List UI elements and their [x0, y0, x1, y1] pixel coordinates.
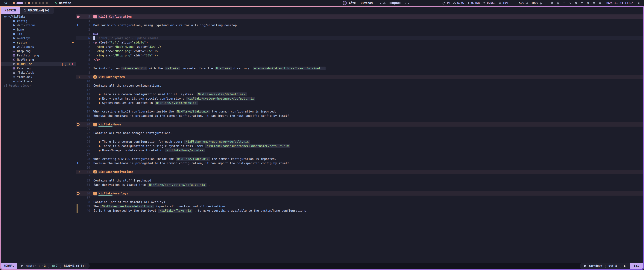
- editor-line[interactable]: 13 ● There is a common configuration use…: [76, 92, 643, 96]
- tree-item-rmpc-png[interactable]: Rmpc.png: [1, 66, 76, 70]
- line-number: 19: [82, 118, 90, 122]
- editor-line[interactable]: 15 ● System modules are located in NixFl…: [76, 101, 643, 105]
- tree-item-system[interactable]: system: [1, 40, 76, 45]
- editor-line[interactable]: 38Contains (not at the moment) all overl…: [76, 200, 643, 204]
- tree-item-shell-nix[interactable]: shell.nix: [1, 79, 76, 83]
- editor-line[interactable]: 10: [76, 79, 643, 83]
- editor-line[interactable]: 19: [76, 118, 643, 122]
- tree-item-home[interactable]: home: [1, 27, 76, 32]
- editor-line[interactable]: 37: [76, 196, 643, 200]
- tree-item-btop-png[interactable]: Btop.png: [1, 49, 76, 53]
- editor-line[interactable]: 39The NixFlake/overlays/default.nix impo…: [76, 204, 643, 208]
- line-text: It is then imported by the top-level Nix…: [90, 209, 308, 213]
- editor-line[interactable]: 312NixFlake/derivations: [76, 170, 643, 174]
- tree-item--nixflake[interactable]: ~/NixFlake: [1, 15, 76, 19]
- editor-line[interactable]: 26 ● Home-Manager modules are located in…: [76, 148, 643, 153]
- editor-line[interactable]: 8: [76, 70, 643, 75]
- editor-line[interactable]: 34Each derivation is loaded into NixFlak…: [76, 183, 643, 187]
- editor-line[interactable]: 1<p float="left" align="middle">: [76, 40, 643, 45]
- editor-line[interactable]: 5</p>: [76, 58, 643, 62]
- editor-line[interactable]: I3Modular NixOS configuration, using Hyp…: [76, 23, 643, 27]
- editor-line[interactable]: 202NixFlake/home: [76, 122, 643, 126]
- editor-line[interactable]: 16: [76, 105, 643, 109]
- workspace-dot-gray[interactable]: [46, 2, 48, 4]
- separator: ): [48, 264, 50, 268]
- editor-line[interactable]: 22Contains all the home-manager configur…: [76, 131, 643, 135]
- text-span: Contains all the system configurations.: [94, 84, 162, 87]
- editor-line[interactable]: 1PNG: [76, 32, 643, 36]
- workspace-dot-gray[interactable]: [32, 2, 34, 4]
- bell-icon[interactable]: [638, 2, 641, 5]
- editor-line[interactable]: 24 ● There is a common configuration for…: [76, 140, 643, 144]
- workspace-dot-orange[interactable]: [13, 2, 15, 4]
- ethernet-icon[interactable]: [598, 2, 601, 5]
- editor-line[interactable]: 362NixFlake/overlays: [76, 191, 643, 196]
- workspace-dot-gray[interactable]: [24, 2, 26, 4]
- editor-line[interactable]: 12: [76, 88, 643, 92]
- editor-line[interactable]: 40It is then imported by the top-level N…: [76, 208, 643, 213]
- tree-item-fastfetch-png[interactable]: FastFetch.png: [1, 53, 76, 58]
- workspace-dot-gray[interactable]: [39, 2, 40, 4]
- editor-line[interactable]: 30: [76, 165, 643, 170]
- editor-line[interactable]: 27: [76, 153, 643, 157]
- tree-item-lib[interactable]: lib: [1, 32, 76, 36]
- editor-line[interactable]: 51NixOS Configuration: [76, 15, 643, 19]
- line-text: 2NixFlake/derivations: [90, 170, 134, 174]
- tree-item-label: derivations: [17, 24, 36, 27]
- editor-line[interactable]: 2: [76, 27, 643, 32]
- z-box-icon[interactable]: Z: [586, 2, 589, 5]
- workspace-dot-gray[interactable]: [42, 2, 44, 4]
- line-number: 23: [82, 136, 90, 139]
- tree-item-config[interactable]: config: [1, 19, 76, 23]
- check-circle-icon[interactable]: [574, 2, 577, 5]
- editor-line[interactable]: 28When creating a NixOS configuration in…: [76, 157, 643, 161]
- tree-item-neovim-png[interactable]: NeoVim.png: [1, 58, 76, 62]
- editor-line[interactable]: 2 <img src="/NeoVim.png" width="33%" />: [76, 45, 643, 49]
- level-microphone[interactable]: 100%: [532, 1, 542, 5]
- editor-line[interactable]: 4 <img src="/Btop.png" width="33%" />: [76, 53, 643, 58]
- editor-line[interactable]: 7To install, run nixos-rebuild with the …: [76, 66, 643, 70]
- tree-item-readme-md[interactable]: README.md[+]•: [1, 62, 76, 66]
- workspace-dot-gray[interactable]: [35, 2, 37, 4]
- tree-item-flake-lock[interactable]: flake.lock: [1, 70, 76, 75]
- tree-item-derivations[interactable]: derivations: [1, 23, 76, 27]
- editor-line[interactable]: 3 <img src="/Rmpc.png" width="33%" />: [76, 49, 643, 53]
- tab-readme[interactable]: 1 README.md[1+]: [20, 7, 54, 14]
- editor-line[interactable]: 6: [76, 62, 643, 66]
- editor-buffer[interactable]: 51NixOS Configuration4I3Modular NixOS co…: [76, 14, 643, 263]
- network-icon[interactable]: [556, 2, 560, 5]
- bluetooth-icon[interactable]: [550, 2, 554, 5]
- workspace-dot-active[interactable]: [16, 2, 23, 4]
- tree-item--8-hidden-items-[interactable]: (8 hidden items): [1, 83, 76, 88]
- music-widget[interactable]: Gåte – Ulveham: [342, 0, 411, 6]
- shield-icon[interactable]: [562, 2, 565, 5]
- text-span: When creating a NixOS configuration insi…: [94, 110, 176, 113]
- editor-line[interactable]: 25 ● There is a configuration for a sing…: [76, 144, 643, 148]
- tree-item-overlays[interactable]: overlays: [1, 36, 76, 40]
- editor-line[interactable]: 6ChUrl, 2 years ago - Update readme: [76, 36, 643, 40]
- editor-line[interactable]: 17When creating a NixOS configuration in…: [76, 109, 643, 114]
- editor-line[interactable]: 35: [76, 187, 643, 191]
- editor-line[interactable]: 23: [76, 135, 643, 140]
- editor-line[interactable]: 18Because the hostname is propagated to …: [76, 114, 643, 118]
- inline-code: --flake: [164, 67, 180, 70]
- tree-item-flake-nix[interactable]: flake.nix: [1, 75, 76, 79]
- editor-line[interactable]: I29Because the hostname is propagated to…: [76, 161, 643, 165]
- editor-line[interactable]: 32: [76, 174, 643, 178]
- editor-line[interactable]: 33Contains all the stuff I packaged.: [76, 178, 643, 183]
- sign-column: [76, 174, 82, 178]
- editor-line[interactable]: 11Contains all the system configurations…: [76, 83, 643, 88]
- text-span: There is a common configuration used for…: [102, 93, 196, 96]
- editor-line[interactable]: 92NixFlake/system: [76, 75, 643, 79]
- triangle-icon[interactable]: [580, 2, 583, 5]
- editor-line[interactable]: 14 ● Every system has its own special co…: [76, 96, 643, 101]
- tree-item-badges: [+]•: [62, 62, 74, 66]
- workspace-dot-orange[interactable]: [28, 2, 30, 4]
- editor-line[interactable]: 4: [76, 19, 643, 23]
- editor-line[interactable]: 21: [76, 126, 643, 131]
- line-number: 28: [82, 157, 90, 161]
- keyboard-icon[interactable]: [592, 2, 595, 5]
- level-volume[interactable]: 50%: [519, 1, 528, 5]
- tree-item-wallpapers[interactable]: wallpapers: [1, 45, 76, 49]
- key-icon[interactable]: [568, 2, 571, 5]
